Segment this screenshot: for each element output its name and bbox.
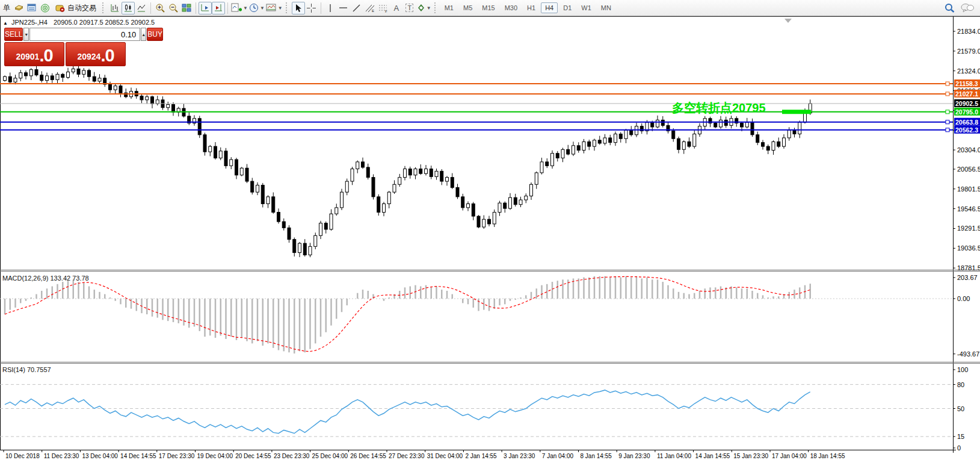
sell-price-fraction: .0	[39, 47, 52, 64]
collapse-panel-icon[interactable]: ▲	[3, 20, 8, 26]
candlestick	[435, 171, 438, 176]
candlestick	[472, 203, 475, 216]
line-handle-21158.3[interactable]	[946, 82, 949, 85]
candlestick	[561, 149, 564, 158]
candlestick	[677, 138, 680, 149]
rsi-scale-label: 0	[957, 444, 961, 452]
time-axis-label: 9 Jan 23:30	[618, 453, 650, 459]
candlestick	[356, 162, 359, 169]
candlestick	[261, 185, 264, 204]
candlestick	[514, 197, 517, 205]
candlestick	[362, 162, 365, 167]
candlestick	[56, 74, 59, 79]
candlestick	[245, 168, 248, 181]
candlestick	[51, 76, 54, 79]
candlestick	[8, 76, 11, 82]
candlestick	[461, 197, 464, 208]
line-handle-21027.1[interactable]	[946, 92, 949, 96]
chart-shift-marker[interactable]	[784, 19, 792, 23]
candlestick	[777, 141, 780, 146]
candlestick	[451, 178, 454, 188]
candlestick	[309, 246, 312, 255]
sell-button[interactable]: SELL	[4, 28, 23, 41]
time-axis-label: 2 Jan 14:55	[465, 453, 497, 459]
candlestick	[67, 72, 70, 77]
candlestick	[109, 84, 112, 90]
candlestick	[277, 213, 280, 222]
volume-increase-button[interactable]: ▲	[141, 28, 146, 41]
price-label-20902.5: 20902.5	[955, 100, 978, 107]
time-axis-label: 11 Jan 04:00	[657, 453, 692, 459]
volume-input[interactable]	[29, 28, 140, 41]
candlestick	[661, 120, 664, 125]
candlestick	[398, 178, 401, 185]
macd-scale-label: 0.00	[957, 295, 970, 302]
time-axis-label: 3 Jan 23:30	[504, 453, 535, 459]
chart-text-annotation[interactable]: 多空转折点20795	[672, 100, 780, 116]
candlestick	[61, 74, 64, 77]
line-handle-20663.8[interactable]	[946, 120, 949, 124]
candlestick	[46, 76, 49, 81]
one-click-trading-panel: SELL ▼ ▲ BUY 20901 .0 20924 .0	[4, 28, 126, 66]
candlestick	[488, 219, 491, 224]
candlestick	[425, 169, 428, 173]
macd-indicator-label: MACD(12,26,9) 133.42 73.78	[2, 275, 89, 282]
candlestick	[351, 169, 354, 181]
sell-price-box[interactable]: 20901 .0	[4, 42, 64, 66]
candlestick	[272, 197, 275, 213]
candlestick	[762, 143, 765, 146]
price-axis-tick-label: 21834.0	[957, 28, 980, 35]
candlestick	[72, 69, 75, 72]
time-axis-label: 31 Dec 04:00	[427, 453, 463, 459]
candlestick	[588, 141, 591, 146]
line-handle-20562.3[interactable]	[946, 128, 949, 132]
candlestick	[582, 141, 585, 150]
candlestick	[751, 122, 754, 135]
candlestick	[567, 149, 570, 154]
candlestick	[593, 140, 596, 146]
time-axis-label: 14 Jan 14:55	[695, 453, 730, 459]
time-axis-label: 10 Dec 2018	[5, 453, 40, 459]
candlestick	[19, 73, 22, 78]
candlestick	[672, 131, 675, 138]
candlestick	[167, 105, 170, 108]
candlestick	[504, 203, 507, 208]
candlestick	[572, 146, 575, 154]
candlestick	[766, 146, 769, 150]
candlestick	[393, 184, 396, 192]
candlestick	[98, 78, 101, 81]
candlestick	[88, 70, 91, 76]
time-axis-label: 13 Dec 04:00	[82, 453, 118, 459]
sell-price: 20901	[16, 49, 39, 64]
candlestick	[198, 119, 201, 135]
candlestick	[714, 123, 717, 126]
candlestick	[377, 197, 380, 213]
buy-price-box[interactable]: 20924 .0	[66, 42, 126, 66]
buy-button[interactable]: BUY	[147, 28, 163, 41]
candlestick	[688, 141, 691, 146]
line-handle-20795.0[interactable]	[946, 110, 949, 114]
candlestick	[414, 169, 417, 175]
candlestick	[293, 240, 296, 253]
price-axis-tick-label: 20304.0	[957, 146, 980, 154]
candlestick	[40, 75, 43, 81]
candlestick	[324, 223, 327, 229]
candlestick	[603, 138, 606, 143]
candlestick	[440, 171, 443, 181]
candlestick	[35, 70, 38, 75]
candlestick	[219, 151, 222, 158]
time-axis-label: 17 Dec 23:30	[159, 453, 195, 459]
candlestick	[798, 122, 801, 134]
candlestick	[214, 146, 217, 158]
candlestick	[614, 134, 617, 143]
price-label-21158.3: 21158.3	[955, 80, 978, 87]
symbol-ohlc: 20905.0 20917.5 20852.5 20902.5	[54, 19, 155, 26]
time-axis-label: 20 Dec 14:55	[235, 453, 271, 459]
macd-scale-label: 203.67	[957, 274, 978, 281]
candlestick	[140, 96, 143, 99]
price-label-20562.3: 20562.3	[955, 126, 978, 134]
volume-decrease-button[interactable]: ▼	[23, 28, 29, 41]
candlestick	[172, 105, 175, 113]
chart-canvas: 21834.021579.021324.021069.020814.020559…	[0, 0, 980, 466]
candlestick	[446, 178, 449, 181]
